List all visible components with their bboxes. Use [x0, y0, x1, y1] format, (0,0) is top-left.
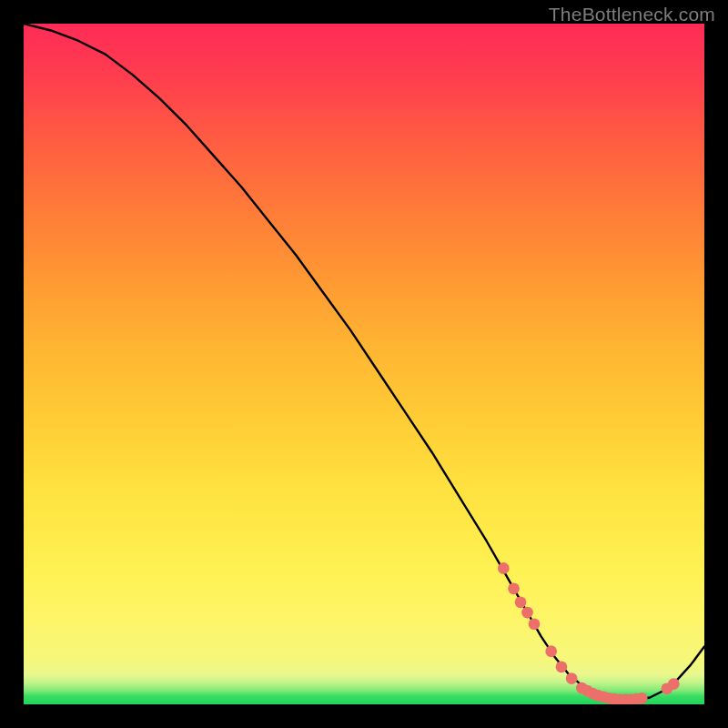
highlight-marker [508, 582, 520, 594]
highlight-markers [498, 562, 680, 704]
highlight-marker [529, 618, 541, 630]
chart-overlay [24, 24, 704, 704]
highlight-marker [498, 562, 510, 574]
curve-group [24, 24, 704, 701]
highlight-marker [515, 596, 527, 608]
highlight-marker [521, 607, 533, 619]
highlight-marker [636, 693, 648, 704]
highlight-marker [668, 678, 680, 690]
highlight-marker [566, 672, 578, 684]
watermark-text: TheBottleneck.com [549, 4, 715, 25]
chart-frame: TheBottleneck.com [0, 0, 728, 728]
highlight-marker [556, 662, 568, 673]
bottleneck-curve [24, 24, 704, 701]
highlight-marker [545, 645, 557, 657]
